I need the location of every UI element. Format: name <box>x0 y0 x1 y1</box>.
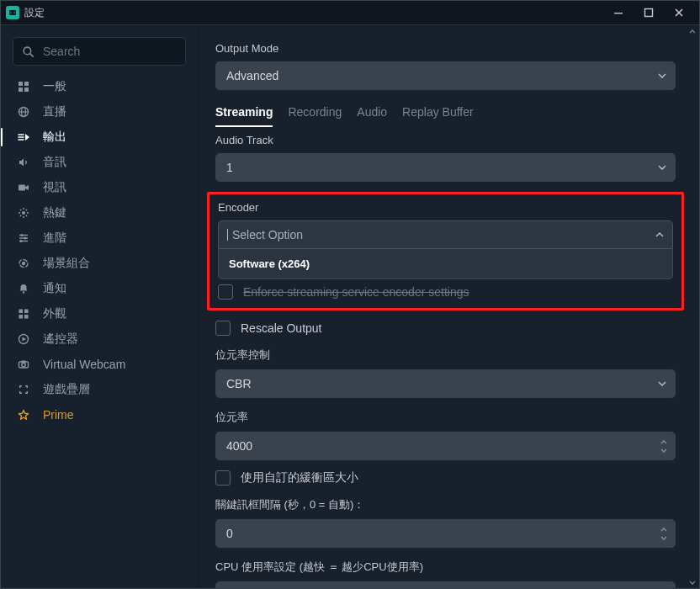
scene-icon <box>16 257 31 269</box>
svg-line-20 <box>20 210 21 210</box>
sidebar-item-label: 遊戲疊層 <box>43 382 90 397</box>
sidebar-item-label: 音訊 <box>43 155 66 170</box>
titlebar: 設定 <box>1 1 699 25</box>
sidebar-item-game-overlay[interactable]: 遊戲疊層 <box>1 377 198 402</box>
sidebar-item-label: 熱鍵 <box>43 205 66 220</box>
gear-icon <box>16 207 31 219</box>
tab-audio[interactable]: Audio <box>357 105 387 127</box>
tab-streaming[interactable]: Streaming <box>215 105 273 127</box>
sidebar-item-label: 輸出 <box>43 130 66 145</box>
sidebar-item-remote[interactable]: 遙控器 <box>1 326 198 352</box>
output-mode-value: Advanced <box>226 69 278 82</box>
svg-rect-10 <box>24 88 29 92</box>
search-icon <box>22 45 34 58</box>
spin-up-icon[interactable] <box>656 525 671 533</box>
enforce-row: Enforce streaming service encoder settin… <box>218 284 673 300</box>
sidebar-item-label: 外觀 <box>43 306 66 321</box>
star-icon <box>16 409 31 421</box>
svg-point-1 <box>10 12 12 13</box>
encoder-option-x264[interactable]: Software (x264) <box>219 249 672 279</box>
minimize-button[interactable] <box>603 2 634 24</box>
sliders-icon <box>16 232 31 244</box>
speaker-icon <box>16 157 31 168</box>
sidebar-item-label: Virtual Webcam <box>43 358 125 371</box>
search-input[interactable] <box>41 44 192 59</box>
svg-rect-9 <box>19 88 23 92</box>
sidebar-item-prime[interactable]: Prime <box>1 402 198 427</box>
rescale-row: Rescale Output <box>215 321 676 336</box>
sidebar-item-output[interactable]: 輸出 <box>1 125 198 150</box>
cpu-preset-select[interactable]: veryfast <box>215 581 676 588</box>
encoder-select[interactable]: Select Option <box>218 220 673 249</box>
custom-buffer-checkbox[interactable] <box>215 470 231 486</box>
svg-rect-14 <box>19 185 25 191</box>
encoder-dropdown: Software (x264) <box>218 249 673 279</box>
overlay-icon <box>16 384 31 395</box>
tab-recording[interactable]: Recording <box>288 105 342 127</box>
svg-line-23 <box>20 215 21 216</box>
svg-rect-33 <box>24 310 29 314</box>
spin-down-icon[interactable] <box>656 446 671 454</box>
sidebar-item-scene-collections[interactable]: 場景組合 <box>1 251 198 276</box>
custom-buffer-label: 使用自訂的緩衝區大小 <box>241 470 358 486</box>
sidebar-item-label: Prime <box>43 408 74 422</box>
svg-rect-35 <box>24 315 29 319</box>
svg-point-2 <box>13 12 15 13</box>
sidebar-item-label: 場景組合 <box>43 256 90 271</box>
appearance-icon <box>16 308 31 320</box>
chevron-down-icon <box>658 73 666 78</box>
svg-rect-32 <box>19 310 24 314</box>
chevron-up-icon <box>655 232 664 237</box>
audio-track-select[interactable]: 1 <box>215 153 676 182</box>
spin-up-icon[interactable] <box>656 438 671 446</box>
output-mode-select[interactable]: Advanced <box>215 61 676 90</box>
rate-control-value: CBR <box>226 377 252 390</box>
tab-replay-buffer[interactable]: Replay Buffer <box>402 105 474 127</box>
sidebar-item-stream[interactable]: 直播 <box>1 99 198 125</box>
close-button[interactable] <box>664 2 694 24</box>
sidebar-item-notifications[interactable]: 通知 <box>1 276 198 301</box>
number-spinner[interactable] <box>656 523 671 544</box>
scroll-up-icon[interactable] <box>687 25 697 37</box>
enforce-checkbox[interactable] <box>218 284 233 300</box>
sidebar-item-label: 通知 <box>43 281 66 296</box>
sidebar-item-label: 進階 <box>43 231 66 246</box>
app-icon <box>6 6 19 19</box>
svg-line-21 <box>26 215 27 216</box>
scrollbar[interactable] <box>687 25 697 588</box>
bitrate-input[interactable]: 4000 <box>215 432 676 460</box>
chevron-down-icon <box>658 165 666 170</box>
scroll-down-icon[interactable] <box>687 576 697 588</box>
sidebar-item-advanced[interactable]: 進階 <box>1 226 198 251</box>
sidebar-item-audio[interactable]: 音訊 <box>1 150 198 175</box>
rescale-label: Rescale Output <box>241 321 322 335</box>
maximize-button[interactable] <box>634 2 664 24</box>
svg-point-31 <box>23 291 24 293</box>
audio-track-label: Audio Track <box>215 134 676 146</box>
scrollbar-track[interactable] <box>690 37 695 576</box>
svg-point-28 <box>24 237 27 240</box>
chevron-down-icon <box>658 381 666 386</box>
output-icon <box>16 131 31 143</box>
sidebar-item-hotkeys[interactable]: 熱鍵 <box>1 200 198 226</box>
svg-rect-34 <box>19 315 24 319</box>
sidebar-item-virtual-webcam[interactable]: Virtual Webcam <box>1 352 198 377</box>
svg-rect-3 <box>614 13 623 13</box>
encoder-placeholder: Select Option <box>232 228 303 241</box>
rate-control-select[interactable]: CBR <box>215 369 676 398</box>
svg-point-27 <box>21 234 24 236</box>
keyint-label: 關鍵訊框間隔 (秒，0 = 自動)： <box>215 497 676 512</box>
svg-rect-8 <box>24 82 29 86</box>
search-input-wrap[interactable] <box>13 37 186 66</box>
keyint-input[interactable]: 0 <box>215 519 676 548</box>
svg-rect-39 <box>22 361 26 363</box>
audio-track-value: 1 <box>226 161 233 174</box>
window-title: 設定 <box>24 6 45 20</box>
number-spinner[interactable] <box>656 435 671 457</box>
sidebar-item-appearance[interactable]: 外觀 <box>1 301 198 326</box>
globe-icon <box>16 106 31 118</box>
sidebar-item-general[interactable]: 一般 <box>1 74 198 99</box>
rescale-checkbox[interactable] <box>215 321 231 336</box>
sidebar-item-video[interactable]: 視訊 <box>1 175 198 200</box>
spin-down-icon[interactable] <box>656 533 671 542</box>
